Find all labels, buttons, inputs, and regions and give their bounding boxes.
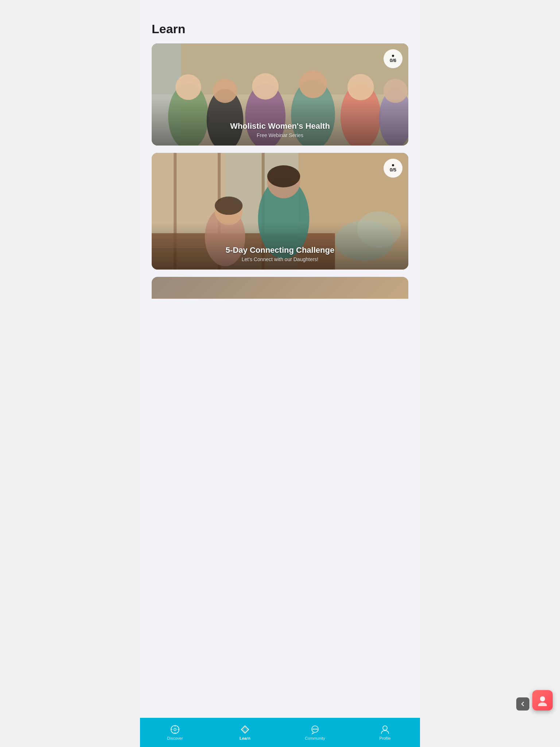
progress-dot-1 [392,55,394,57]
person-icon [380,724,390,735]
svg-point-26 [267,165,300,187]
svg-point-37 [174,728,176,731]
progress-text-2: 0/5 [390,167,396,173]
svg-point-8 [252,73,279,100]
progress-badge-1: 0/6 [384,49,402,68]
svg-point-29 [215,197,242,215]
compass-icon [170,724,180,735]
svg-point-47 [316,729,318,730]
svg-point-4 [175,74,201,100]
course-subtitle-2: Let's Connect with our Daughters! [159,256,401,262]
diamond-icon [240,724,250,735]
course-info-1: Wholistic Women's Health Free Webinar Se… [152,114,408,146]
svg-point-46 [315,729,316,730]
svg-point-10 [299,70,327,98]
nav-item-learn[interactable]: Learn [210,721,280,743]
nav-item-community[interactable]: Community [280,721,350,743]
svg-marker-42 [241,726,249,733]
chat-icon [310,724,320,735]
course-card-2[interactable]: 0/5 5-Day Connecting Challenge Let's Con… [152,153,408,270]
courses-list: 0/6 Wholistic Women's Health Free Webina… [140,43,420,299]
nav-label-discover: Discover [167,736,183,740]
partial-card-background [152,277,408,299]
progress-dot-2 [392,164,394,166]
nav-label-community: Community [305,736,325,740]
bottom-navigation: Discover Learn Community [140,718,420,747]
nav-item-profile[interactable]: Profile [350,721,420,743]
course-title-1: Wholistic Women's Health [159,121,401,131]
svg-point-48 [383,726,387,730]
page-title: Learn [140,0,420,43]
course-subtitle-1: Free Webinar Series [159,132,401,138]
nav-label-learn: Learn [240,736,250,740]
course-info-2: 5-Day Connecting Challenge Let's Connect… [152,238,408,270]
progress-badge-2: 0/5 [384,159,402,178]
progress-text-1: 0/6 [390,58,396,63]
svg-point-12 [347,74,374,100]
course-title-2: 5-Day Connecting Challenge [159,245,401,255]
page-container: Learn [140,0,420,747]
nav-item-discover[interactable]: Discover [140,721,210,743]
svg-marker-43 [243,727,247,732]
course-card-1[interactable]: 0/6 Wholistic Women's Health Free Webina… [152,43,408,146]
nav-label-profile: Profile [379,736,390,740]
course-card-partial[interactable] [152,277,408,299]
svg-point-45 [313,729,314,730]
